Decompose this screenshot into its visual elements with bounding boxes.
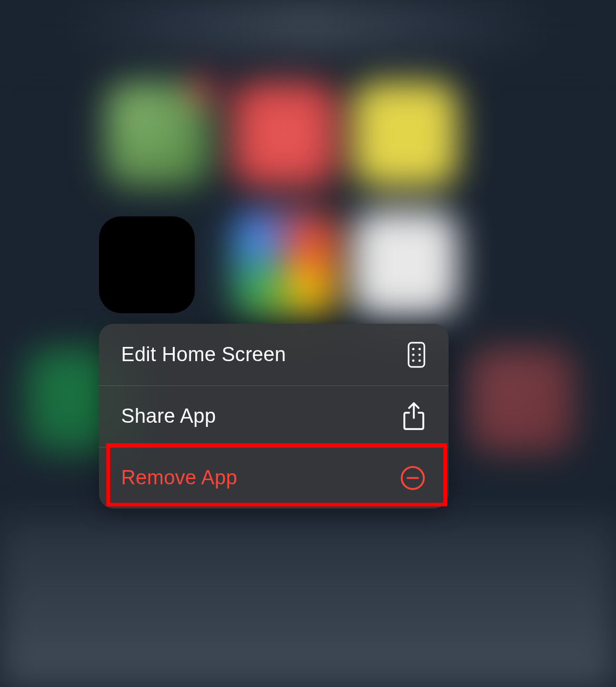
menu-label: Remove App xyxy=(121,466,237,489)
svg-point-6 xyxy=(419,359,421,362)
app-grid-icon xyxy=(408,342,425,368)
selected-app-icon[interactable] xyxy=(99,216,195,313)
svg-point-3 xyxy=(412,353,415,356)
svg-point-2 xyxy=(419,347,421,350)
svg-point-4 xyxy=(419,353,421,356)
remove-app-button[interactable]: Remove App xyxy=(99,447,449,509)
share-icon xyxy=(402,402,425,431)
svg-rect-0 xyxy=(409,343,424,367)
svg-point-5 xyxy=(412,359,415,362)
menu-label: Share App xyxy=(121,405,216,427)
edit-home-screen-button[interactable]: Edit Home Screen xyxy=(99,324,449,385)
app-context-menu: Edit Home Screen Share App Remove App xyxy=(99,324,449,509)
svg-point-1 xyxy=(412,347,415,350)
menu-label: Edit Home Screen xyxy=(121,343,286,366)
share-app-button[interactable]: Share App xyxy=(99,385,449,447)
minus-circle-icon xyxy=(400,465,425,491)
